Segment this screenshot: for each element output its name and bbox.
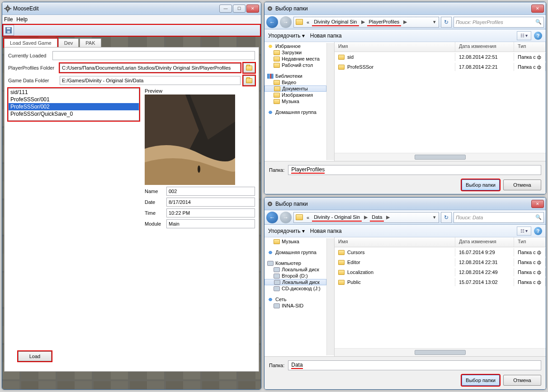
h-scrollbar[interactable] — [335, 348, 546, 356]
tree-pane[interactable]: Избранное Загрузки Недавние места Рабочи… — [265, 42, 335, 161]
titlebar[interactable]: MooseEdit — ☐ ✕ — [2, 2, 261, 15]
bc-item[interactable]: Divinity Original Sin — [312, 18, 359, 26]
search-input[interactable]: Поиск: Data🔍 — [454, 212, 544, 223]
gear-icon — [4, 5, 11, 12]
breadcrumb[interactable]: « Divinity - Original Sin ▶ Data ▶ ▾ — [293, 212, 439, 223]
help-button[interactable]: ? — [534, 32, 542, 40]
nav-bar: ← → « Divinity Original Sin ▶ PlayerProf… — [265, 15, 546, 29]
breadcrumb-dropdown[interactable]: ▾ — [431, 214, 438, 220]
tree-favorites: Избранное — [265, 43, 326, 49]
list-item-selected[interactable]: ProfeSSSor/002 — [9, 103, 139, 110]
h-scrollbar[interactable] — [335, 153, 546, 161]
name-field[interactable] — [166, 187, 255, 196]
bc-item[interactable]: PlayerProfiles — [367, 18, 402, 26]
tab-load-saved-game[interactable]: Load Saved Game — [4, 38, 57, 47]
gamedata-folder-label: Game Data Folder — [8, 78, 57, 83]
browse-profiles-button[interactable] — [243, 63, 255, 73]
folder-icon — [296, 19, 303, 25]
maximize-button[interactable]: ☐ — [233, 5, 246, 13]
minimize-button[interactable]: — — [219, 5, 232, 13]
folder-icon — [338, 260, 345, 265]
profiles-folder-field[interactable] — [60, 63, 241, 72]
time-label: Time — [145, 210, 164, 216]
module-field[interactable] — [166, 219, 255, 228]
list-item[interactable]: ProfeSSSor 17.08.2014 22:21 Папка с ф — [335, 62, 546, 72]
save-button[interactable] — [3, 25, 14, 36]
tree-homegroup: Домашняя группа — [265, 249, 326, 255]
menu-file[interactable]: File — [4, 16, 13, 23]
col-type[interactable]: Тип — [514, 42, 546, 52]
browse-gamedata-button[interactable] — [243, 76, 255, 85]
list-item[interactable]: sid 12.08.2014 22:51 Папка с ф — [335, 52, 546, 62]
col-name[interactable]: Имя — [335, 42, 455, 52]
list-header[interactable]: Имя Дата изменения Тип — [335, 42, 546, 52]
view-button[interactable]: ☷ ▾ — [517, 31, 531, 40]
select-folder-button[interactable]: Выбор папки — [462, 375, 500, 386]
new-folder-button[interactable]: Новая папка — [310, 228, 342, 234]
col-type[interactable]: Тип — [514, 237, 546, 247]
load-button[interactable]: Load — [18, 351, 52, 361]
list-item[interactable]: Public15.07.2014 13:02Папка с ф — [335, 277, 546, 287]
folder-icon — [274, 99, 280, 104]
list-header[interactable]: Имя Дата изменения Тип — [335, 237, 546, 247]
close-button[interactable]: ✕ — [246, 5, 259, 13]
list-item[interactable]: ProfeSSSor/QuickSave_0 — [9, 110, 139, 118]
list-item[interactable]: sid/111 — [9, 89, 139, 96]
bc-item[interactable]: Data — [370, 213, 384, 222]
forward-button[interactable]: → — [280, 16, 292, 28]
time-field[interactable] — [166, 208, 255, 217]
folder-icon — [338, 280, 345, 285]
tree-inna: INNA-SID — [265, 302, 326, 309]
svg-rect-2 — [7, 5, 8, 6]
bc-item[interactable]: Divinity - Original Sin — [312, 213, 362, 222]
folder-field[interactable]: PlayerProfiles — [288, 165, 541, 175]
breadcrumb[interactable]: « Divinity Original Sin ▶ PlayerProfiles… — [293, 17, 439, 28]
select-folder-button[interactable]: Выбор папки — [462, 179, 500, 190]
breadcrumb-dropdown[interactable]: ▾ — [431, 19, 438, 25]
dialog-footer: Папка: PlayerProfiles Выбор папки Отмена — [265, 161, 546, 194]
cancel-button[interactable]: Отмена — [503, 179, 541, 190]
tree-pane[interactable]: Музыка Домашняя группа Компьютер Локальн… — [265, 237, 335, 356]
gamedata-folder-field[interactable] — [60, 76, 241, 85]
toolbar: Упорядочить ▾ Новая папка ☷ ▾ ? — [265, 225, 546, 237]
tab-panel: Currently Loaded PlayerProfiles Folder G… — [4, 47, 259, 372]
forward-button[interactable]: → — [280, 212, 292, 223]
saves-list[interactable]: sid/111 ProfeSSSor/001 ProfeSSSor/002 Pr… — [8, 88, 139, 121]
list-item[interactable]: Cursors16.07.2014 9:29Папка с ф — [335, 247, 546, 257]
scrollbar[interactable] — [326, 238, 334, 355]
tree-pictures: Изображения — [265, 92, 326, 98]
titlebar[interactable]: Выбор папки ✕ — [265, 198, 546, 210]
dialog-footer: Папка: Data Выбор папки Отмена — [265, 356, 546, 389]
search-input[interactable]: Поиск: PlayerProfiles🔍 — [454, 17, 544, 28]
list-item[interactable]: Editor12.08.2014 22:31Папка с ф — [335, 257, 546, 267]
cancel-button[interactable]: Отмена — [503, 375, 541, 386]
titlebar[interactable]: Выбор папки ✕ — [265, 2, 546, 15]
name-label: Name — [145, 189, 164, 194]
file-list: Имя Дата изменения Тип sid 12.08.2014 22… — [335, 42, 546, 161]
back-button[interactable]: ← — [266, 16, 278, 28]
tab-pak[interactable]: PAK — [80, 38, 101, 47]
back-button[interactable]: ← — [266, 212, 278, 223]
date-field[interactable] — [166, 198, 255, 207]
organize-menu[interactable]: Упорядочить ▾ — [268, 228, 305, 234]
organize-menu[interactable]: Упорядочить ▾ — [268, 33, 305, 39]
menu-help[interactable]: Help — [16, 16, 28, 23]
refresh-button[interactable]: ↻ — [441, 212, 452, 223]
currently-loaded-field[interactable] — [52, 51, 255, 60]
close-button[interactable]: ✕ — [531, 5, 544, 13]
view-button[interactable]: ☷ ▾ — [517, 227, 531, 236]
new-folder-button[interactable]: Новая папка — [310, 33, 342, 39]
drive-icon — [274, 274, 280, 279]
close-button[interactable]: ✕ — [531, 200, 544, 208]
help-button[interactable]: ? — [534, 227, 542, 235]
scrollbar[interactable] — [326, 43, 334, 160]
folder-icon — [338, 270, 345, 275]
col-name[interactable]: Имя — [335, 237, 455, 247]
folder-field[interactable]: Data — [288, 360, 541, 370]
refresh-button[interactable]: ↻ — [441, 17, 452, 28]
list-item[interactable]: Localization12.08.2014 22:49Папка с ф — [335, 267, 546, 277]
tab-dev[interactable]: Dev — [58, 38, 79, 47]
list-item[interactable]: ProfeSSSor/001 — [9, 96, 139, 103]
col-date[interactable]: Дата изменения — [455, 237, 514, 247]
col-date[interactable]: Дата изменения — [455, 42, 514, 52]
